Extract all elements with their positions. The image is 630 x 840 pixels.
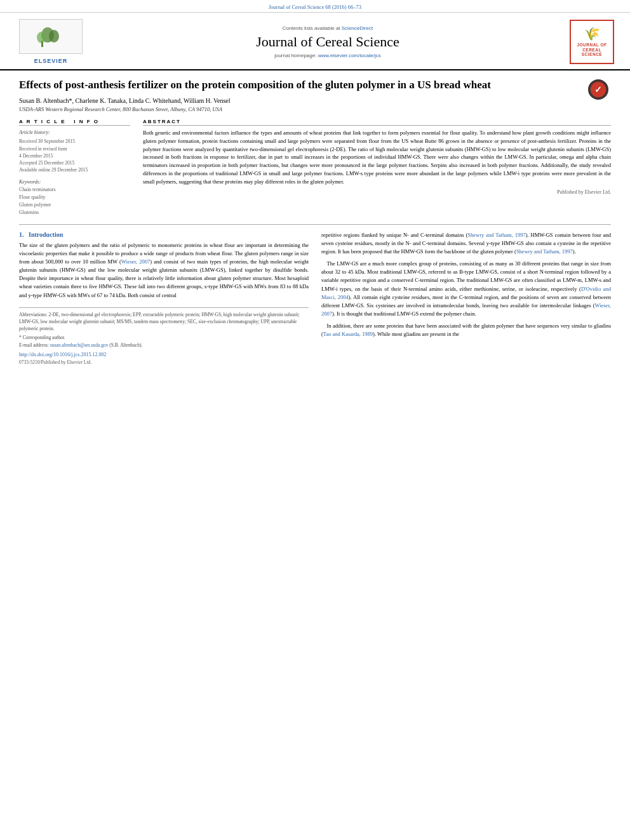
history-label: Article history: xyxy=(19,129,130,136)
footnote-area: Abbreviations: 2-DE, two-dimensional gel… xyxy=(19,307,309,366)
header-left: ELSEVIER xyxy=(13,19,89,64)
body-col-left: 1. Introduction The size of the gluten p… xyxy=(19,231,309,366)
journal-logo-icon: 🌾 xyxy=(584,26,600,41)
abstract-col: ABSTRACT Both genetic and environmental … xyxy=(143,119,611,216)
journal-homepage-line: journal homepage: www.elsevier.com/locat… xyxy=(274,53,381,58)
authors: Susan B. Altenbach*, Charlene K. Tanaka,… xyxy=(19,97,611,104)
keywords-block: Keywords: Chain terminators Flour qualit… xyxy=(19,179,130,217)
email-suffix: (S.B. Altenbach). xyxy=(109,342,142,348)
abbreviations: Abbreviations: 2-DE, two-dimensional gel… xyxy=(19,311,309,333)
intro-right-p3: In addition, there are some proteins tha… xyxy=(321,322,611,338)
article-info-abstract-row: A R T I C L E I N F O Article history: R… xyxy=(19,119,611,216)
svg-text:✓: ✓ xyxy=(594,84,602,95)
ref-shewry-1997b: Shewry and Tatham, 1997 xyxy=(516,248,573,255)
article-title: Effects of post-anthesis fertilizer on t… xyxy=(19,78,611,92)
crossmark-area: ✓ xyxy=(586,78,611,100)
body-two-col: 1. Introduction The size of the gluten p… xyxy=(19,231,611,366)
article-info-block: Article history: Received 30 September 2… xyxy=(19,129,130,173)
svg-point-3 xyxy=(49,30,59,43)
journal-logo-box: 🌾 Journal ofCEREALSCIENCE xyxy=(570,20,614,64)
section-title-text: Introduction xyxy=(29,231,63,238)
crossmark-icon: ✓ xyxy=(588,79,608,100)
contents-line: Contents lists available at ScienceDirec… xyxy=(283,25,373,31)
email-line: E-mail address: susan.altenbach@ars.usda… xyxy=(19,342,309,349)
section-divider xyxy=(19,224,611,225)
intro-section-title: 1. Introduction xyxy=(19,231,309,238)
homepage-label: journal homepage: xyxy=(274,53,318,58)
ref-tao-1989: Tao and Kasarda, 1989 xyxy=(323,331,373,337)
article-info-col: A R T I C L E I N F O Article history: R… xyxy=(19,119,130,216)
affiliation: USDA-ARS Western Regional Research Cente… xyxy=(19,106,611,112)
kw-1: Chain terminators xyxy=(19,186,130,194)
abstract-header: ABSTRACT xyxy=(143,119,611,126)
intro-right-p1: repetitive regions flanked by unique N- … xyxy=(321,231,611,257)
intro-body-right: repetitive regions flanked by unique N- … xyxy=(321,231,611,339)
available-date: Available online 29 December 2015 xyxy=(19,166,130,173)
ref-wieser-2007: Wieser, 2007 xyxy=(121,258,151,265)
contents-label: Contents lists available at xyxy=(283,25,342,31)
email-link[interactable]: susan.altenbach@ars.usda.gov xyxy=(50,342,109,348)
header-section: ELSEVIER Contents lists available at Sci… xyxy=(0,13,630,70)
section-number: 1. xyxy=(19,231,24,238)
svg-point-2 xyxy=(37,32,46,43)
kw-4: Glutenins xyxy=(19,209,130,217)
homepage-link[interactable]: www.elsevier.com/locate/jcs xyxy=(318,53,381,58)
accepted-date: Accepted 25 December 2015 xyxy=(19,159,130,166)
title-area: Effects of post-anthesis fertilizer on t… xyxy=(19,78,611,92)
journal-citation: Journal of Cereal Science 68 (2016) 66–7… xyxy=(269,4,361,10)
body-col-right: repetitive regions flanked by unique N- … xyxy=(321,231,611,366)
kw-2: Flour quality xyxy=(19,194,130,201)
published-by: Published by Elsevier Ltd. xyxy=(143,189,611,195)
kw-3: Gluten polymer xyxy=(19,201,130,209)
issn-line: 0733-5210/Published by Elsevier Ltd. xyxy=(19,359,309,366)
intro-right-p2: The LMW-GS are a much more complex group… xyxy=(321,260,611,318)
abstract-text: Both genetic and environmental factors i… xyxy=(143,129,611,185)
received-date: Received 30 September 2015 xyxy=(19,138,130,145)
ref-shewry-1997a: Shewry and Tatham, 1997 xyxy=(467,232,525,238)
keywords-label: Keywords: xyxy=(19,179,130,185)
sciencedirect-link[interactable]: ScienceDirect xyxy=(342,25,373,31)
corresponding-note: * Corresponding author. xyxy=(19,334,309,341)
main-content: Effects of post-anthesis fertilizer on t… xyxy=(0,70,630,373)
revised-date: Received in revised form4 December 2015 xyxy=(19,145,130,160)
authors-text: Susan B. Altenbach*, Charlene K. Tanaka,… xyxy=(19,97,231,104)
ref-dovidio-2004: D'Ovidio and Masci, 2004 xyxy=(321,286,611,300)
intro-body-left: The size of the gluten polymers and the … xyxy=(19,241,309,300)
corresponding-text: * Corresponding author. xyxy=(19,335,65,340)
header-right: 🌾 Journal ofCEREALSCIENCE xyxy=(566,19,617,64)
doi-link[interactable]: http://dx.doi.org/10.1016/j.jcs.2015.12.… xyxy=(19,352,106,357)
journal-logo-text: Journal ofCEREALSCIENCE xyxy=(577,43,607,57)
elsevier-text: ELSEVIER xyxy=(34,58,68,64)
journal-title-main: Journal of Cereal Science xyxy=(256,34,399,50)
email-label: E-mail address: xyxy=(19,342,50,348)
article-info-header: A R T I C L E I N F O xyxy=(19,119,130,126)
header-center: Contents lists available at ScienceDirec… xyxy=(95,19,560,64)
journal-top-bar: Journal of Cereal Science 68 (2016) 66–7… xyxy=(0,0,630,13)
intro-para-1: The size of the gluten polymers and the … xyxy=(19,241,309,300)
ref-wieser-2007b: Wieser, 2007 xyxy=(321,302,611,317)
elsevier-logo-box xyxy=(19,19,83,54)
page: Journal of Cereal Science 68 (2016) 66–7… xyxy=(0,0,630,840)
doi-line: http://dx.doi.org/10.1016/j.jcs.2015.12.… xyxy=(19,351,309,359)
